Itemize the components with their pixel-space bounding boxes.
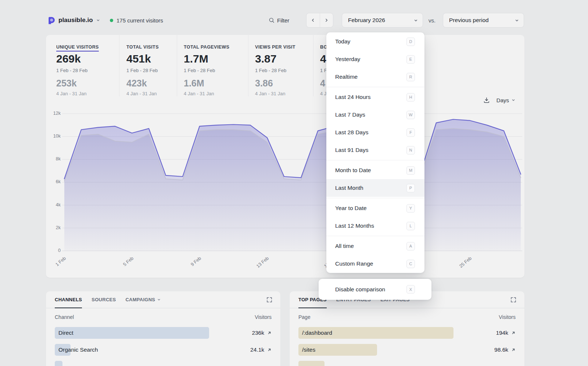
shortcut-badge: A: [406, 242, 415, 250]
shortcut-badge: W: [406, 111, 415, 119]
menu-item-label: Realtime: [335, 74, 358, 80]
menu-item-label: Year to Date: [335, 205, 367, 212]
menu-item-label: Custom Range: [335, 260, 373, 267]
menu-item-label: Last 24 Hours: [335, 94, 371, 100]
menu-item-label: Today: [335, 38, 350, 45]
date-range-menu: Today D Yesterday E Realtime R Last 24 H…: [326, 32, 424, 273]
menu-item-all-time[interactable]: All time A: [326, 237, 424, 255]
menu-item-realtime[interactable]: Realtime R: [326, 68, 424, 86]
shortcut-badge: X: [406, 285, 415, 294]
menu-item-last-91-days[interactable]: Last 91 Days N: [326, 141, 424, 159]
menu-item-last-7-days[interactable]: Last 7 Days W: [326, 106, 424, 124]
shortcut-badge: E: [406, 55, 415, 64]
shortcut-badge: L: [406, 222, 415, 230]
menu-divider: [326, 160, 424, 160]
shortcut-badge: Y: [406, 204, 415, 213]
shortcut-badge: N: [406, 146, 415, 154]
menu-item-last-12-months[interactable]: Last 12 Months L: [326, 217, 424, 235]
dim-overlay: [0, 0, 588, 366]
shortcut-badge: P: [406, 184, 415, 192]
shortcut-badge: M: [406, 166, 415, 175]
menu-divider: [326, 198, 424, 198]
disable-comparison-button[interactable]: Disable comparison X: [319, 279, 431, 300]
menu-item-label: Last Month: [335, 185, 363, 191]
menu-item-label: Last 28 Days: [335, 129, 368, 136]
shortcut-badge: R: [406, 73, 415, 81]
menu-item-label: All time: [335, 243, 354, 249]
shortcut-badge: H: [406, 93, 415, 102]
menu-item-last-24-hours[interactable]: Last 24 Hours H: [326, 88, 424, 106]
menu-item-year-to-date[interactable]: Year to Date Y: [326, 199, 424, 217]
menu-item-yesterday[interactable]: Yesterday E: [326, 50, 424, 68]
menu-item-label: Yesterday: [335, 56, 360, 63]
menu-item-custom-range[interactable]: Custom Range C: [326, 255, 424, 273]
menu-divider: [326, 236, 424, 236]
menu-item-last-month[interactable]: Last Month P: [326, 179, 424, 197]
disable-comparison-label: Disable comparison: [335, 286, 385, 293]
menu-item-last-28-days[interactable]: Last 28 Days F: [326, 124, 424, 141]
menu-item-label: Last 7 Days: [335, 111, 365, 118]
menu-item-label: Last 12 Months: [335, 223, 374, 229]
menu-item-today[interactable]: Today D: [326, 33, 424, 50]
shortcut-badge: C: [406, 260, 415, 268]
shortcut-badge: F: [406, 128, 415, 137]
menu-divider: [326, 87, 424, 87]
menu-item-label: Last 91 Days: [335, 147, 368, 153]
shortcut-badge: D: [406, 38, 415, 46]
menu-item-label: Month to Date: [335, 167, 371, 174]
menu-item-month-to-date[interactable]: Month to Date M: [326, 161, 424, 179]
